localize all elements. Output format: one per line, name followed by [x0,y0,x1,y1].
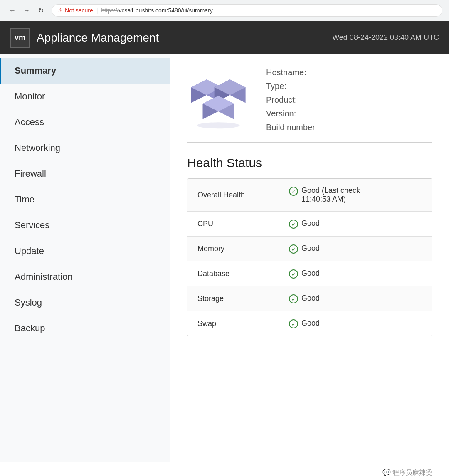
content-area: Hostname: Type: Product: Version: Build … [170,54,449,462]
health-row-cpu: CPU ✓ Good [187,212,432,237]
svg-point-9 [197,122,239,128]
forward-button[interactable]: → [21,5,32,16]
sidebar-item-syslog[interactable]: Syslog [0,290,170,316]
vm-logo: vm [10,28,30,48]
refresh-button[interactable]: ↻ [35,5,47,16]
info-section: Hostname: Type: Product: Version: Build … [187,68,432,143]
sidebar: Summary Monitor Access Networking Firewa… [0,54,170,462]
health-row-overall: Overall Health ✓ Good (Last check11:40:5… [187,179,432,212]
health-table: Overall Health ✓ Good (Last check11:40:5… [187,178,432,336]
sidebar-item-services[interactable]: Services [0,212,170,238]
memory-check-icon: ✓ [289,244,298,254]
browser-chrome: ← → ↻ ⚠ Not secure | https://vcsa1.pushi… [0,0,449,21]
sidebar-item-access[interactable]: Access [0,109,170,135]
not-secure-label: Not secure [65,7,93,14]
warning-icon: ⚠ [58,7,63,14]
cpu-label: CPU [197,220,289,228]
health-row-swap: Swap ✓ Good [187,311,432,336]
hostname-row: Hostname: [266,68,315,77]
watermark: 💬 程序员麻辣烫 [0,462,449,476]
url-protocol: https:// [101,7,118,14]
health-row-storage: Storage ✓ Good [187,286,432,311]
database-value: ✓ Good [289,269,320,279]
product-row: Product: [266,95,315,105]
security-warning: ⚠ Not secure [58,7,93,14]
sidebar-item-backup[interactable]: Backup [0,316,170,341]
sidebar-item-networking[interactable]: Networking [0,135,170,161]
sidebar-item-summary[interactable]: Summary [0,58,170,84]
cpu-check-icon: ✓ [289,220,298,229]
vcenter-icon [187,68,249,130]
app-header: vm Appliance Management Wed 08-24-2022 0… [0,21,449,54]
overall-health-text: Good (Last check11:40:53 AM) [301,186,360,204]
swap-check-icon: ✓ [289,319,298,328]
nav-buttons: ← → ↻ [7,5,47,16]
database-label: Database [197,269,289,278]
database-health-text: Good [301,269,320,278]
memory-value: ✓ Good [289,244,320,254]
sidebar-item-monitor[interactable]: Monitor [0,84,170,109]
health-section: Health Status Overall Health ✓ Good (Las… [187,156,432,336]
url-separator: | [96,7,98,14]
storage-check-icon: ✓ [289,294,298,303]
storage-value: ✓ Good [289,294,320,303]
app-title: Appliance Management [37,31,312,44]
sidebar-item-administration[interactable]: Administration [0,264,170,290]
swap-label: Swap [197,319,289,328]
swap-value: ✓ Good [289,319,320,328]
sidebar-item-update[interactable]: Update [0,238,170,264]
overall-health-value: ✓ Good (Last check11:40:53 AM) [289,186,360,204]
main-container: Summary Monitor Access Networking Firewa… [0,54,449,462]
address-bar[interactable]: ⚠ Not secure | https://vcsa1.pushits.com… [52,4,442,17]
header-datetime: Wed 08-24-2022 03:40 AM UTC [332,33,439,42]
url-text: https://vcsa1.pushits.com:5480/ui/summar… [101,7,212,14]
back-button[interactable]: ← [7,5,18,16]
cpu-health-text: Good [301,219,320,228]
health-row-database: Database ✓ Good [187,261,432,286]
build-row: Build number [266,123,315,132]
sidebar-item-firewall[interactable]: Firewall [0,161,170,187]
health-title: Health Status [187,156,432,170]
header-divider [322,27,322,48]
overall-health-label: Overall Health [197,191,289,200]
storage-label: Storage [197,294,289,303]
swap-health-text: Good [301,319,320,328]
memory-health-text: Good [301,244,320,253]
url-path: :5480/ui/summary [167,7,213,14]
storage-health-text: Good [301,294,320,303]
cpu-value: ✓ Good [289,219,320,229]
sidebar-item-time[interactable]: Time [0,187,170,212]
appliance-info: Hostname: Type: Product: Version: Build … [266,68,315,132]
version-row: Version: [266,109,315,118]
memory-label: Memory [197,244,289,253]
type-row: Type: [266,81,315,91]
url-host: vcsa1.pushits.com [118,7,166,14]
database-check-icon: ✓ [289,269,298,279]
health-row-memory: Memory ✓ Good [187,237,432,261]
overall-check-icon: ✓ [289,187,298,196]
